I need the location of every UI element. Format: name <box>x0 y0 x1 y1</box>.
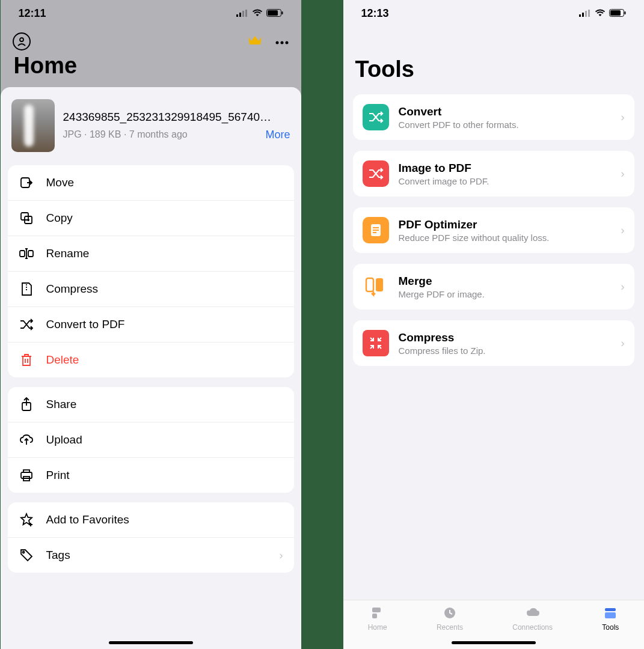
tab-label: Home <box>368 623 387 632</box>
svg-point-8 <box>275 41 278 44</box>
svg-rect-21 <box>579 14 581 17</box>
page-title-home: Home <box>1 50 301 84</box>
svg-rect-31 <box>372 608 381 612</box>
image-to-pdf-icon <box>363 160 389 187</box>
menu-convert-to-pdf[interactable]: Convert to PDF <box>8 307 294 343</box>
tool-subtitle: Reduce PDF size without quality loss. <box>399 233 612 243</box>
file-header: 243369855_253231329918495_56740… JPG · 1… <box>8 96 294 156</box>
phone-right: 12:13 Tools Convert Convert PDF to other… <box>343 0 644 649</box>
svg-rect-0 <box>236 14 238 17</box>
profile-icon[interactable] <box>13 32 31 50</box>
file-thumbnail[interactable] <box>11 99 55 152</box>
convert-icon <box>363 104 389 130</box>
menu-label: Copy <box>46 212 73 225</box>
chevron-right-icon: › <box>621 168 625 180</box>
file-more-link[interactable]: More <box>265 129 290 141</box>
svg-rect-5 <box>268 10 278 16</box>
status-time: 12:13 <box>361 7 389 20</box>
svg-rect-34 <box>605 608 616 611</box>
compress-tool-icon <box>363 330 389 356</box>
svg-rect-35 <box>605 612 616 618</box>
chevron-right-icon: › <box>280 549 283 562</box>
tab-home[interactable]: Home <box>368 605 387 632</box>
connections-tab-icon <box>525 605 541 621</box>
more-icon[interactable] <box>275 36 289 47</box>
tool-compress[interactable]: Compress Compress files to Zip. › <box>353 320 634 366</box>
status-bar-right: 12:13 <box>343 0 644 26</box>
svg-rect-15 <box>28 251 33 257</box>
tool-subtitle: Merge PDF or image. <box>399 289 612 299</box>
tool-title: Merge <box>399 275 612 288</box>
menu-tags[interactable]: Tags › <box>8 538 294 573</box>
tool-pdf-optimizer[interactable]: PDF Optimizer Reduce PDF size without qu… <box>353 207 634 253</box>
battery-icon <box>266 7 283 20</box>
recents-tab-icon <box>442 605 458 621</box>
svg-rect-6 <box>281 11 283 14</box>
tool-title: Convert <box>399 105 612 118</box>
tool-image-to-pdf[interactable]: Image to PDF Convert image to PDF. › <box>353 151 634 197</box>
merge-icon <box>363 273 389 300</box>
home-indicator[interactable] <box>109 641 193 644</box>
svg-rect-3 <box>245 10 247 17</box>
svg-rect-22 <box>582 13 584 17</box>
header-bar <box>1 26 301 50</box>
svg-rect-18 <box>21 472 32 478</box>
tools-tab-icon <box>603 605 618 621</box>
share-icon <box>19 397 34 412</box>
tab-tools[interactable]: Tools <box>602 605 619 632</box>
phone-left: 12:11 Home 243369855_253231329918495_567… <box>1 0 301 649</box>
menu-label: Compress <box>46 282 99 296</box>
copy-icon <box>19 210 34 226</box>
wifi-icon <box>595 7 606 20</box>
rename-icon <box>19 246 34 261</box>
status-time: 12:11 <box>19 7 46 20</box>
tool-title: Image to PDF <box>399 162 612 175</box>
tab-connections[interactable]: Connections <box>512 605 553 632</box>
menu-move[interactable]: Move <box>8 165 294 201</box>
tools-list: Convert Convert PDF to other formats. › … <box>343 94 644 366</box>
tool-subtitle: Convert image to PDF. <box>399 176 612 186</box>
menu-share[interactable]: Share <box>8 387 294 422</box>
menu-group-1: Move Copy Rename Compress Convert to PDF… <box>8 165 294 377</box>
status-bar-left: 12:11 <box>1 0 301 26</box>
tool-merge[interactable]: Merge Merge PDF or image. › <box>353 264 634 309</box>
menu-copy[interactable]: Copy <box>8 201 294 236</box>
tab-label: Connections <box>512 623 553 632</box>
svg-rect-32 <box>372 614 377 618</box>
compress-icon <box>19 281 34 297</box>
menu-label: Delete <box>46 353 79 367</box>
menu-label: Print <box>46 469 70 482</box>
menu-rename[interactable]: Rename <box>8 236 294 272</box>
svg-point-7 <box>20 38 23 41</box>
menu-group-3: Add to Favorites Tags › <box>8 502 294 573</box>
tool-subtitle: Convert PDF to other formats. <box>399 120 612 130</box>
home-indicator[interactable] <box>452 641 536 644</box>
menu-upload[interactable]: Upload <box>8 422 294 458</box>
menu-print[interactable]: Print <box>8 458 294 493</box>
svg-rect-1 <box>239 13 241 17</box>
tab-label: Tools <box>602 623 619 632</box>
cellular-icon <box>579 7 591 20</box>
chevron-right-icon: › <box>621 224 625 237</box>
print-icon <box>19 468 34 483</box>
upload-icon <box>19 432 34 448</box>
tab-recents[interactable]: Recents <box>437 605 463 632</box>
svg-rect-14 <box>20 251 25 257</box>
tool-convert[interactable]: Convert Convert PDF to other formats. › <box>353 94 634 140</box>
svg-rect-27 <box>624 11 625 14</box>
svg-rect-30 <box>376 278 383 291</box>
context-sheet: 243369855_253231329918495_56740… JPG · 1… <box>1 87 301 649</box>
menu-label: Move <box>46 176 74 189</box>
cellular-icon <box>236 7 248 20</box>
menu-add-to-favorites[interactable]: Add to Favorites <box>8 502 294 538</box>
menu-label: Upload <box>46 433 82 446</box>
menu-delete[interactable]: Delete <box>8 343 294 377</box>
svg-point-9 <box>280 41 283 44</box>
menu-label: Share <box>46 398 77 411</box>
wifi-icon <box>252 7 263 20</box>
crown-icon[interactable] <box>247 34 263 49</box>
trash-icon <box>19 352 34 368</box>
svg-rect-2 <box>242 11 244 17</box>
menu-label: Add to Favorites <box>46 513 129 526</box>
menu-compress[interactable]: Compress <box>8 272 294 307</box>
